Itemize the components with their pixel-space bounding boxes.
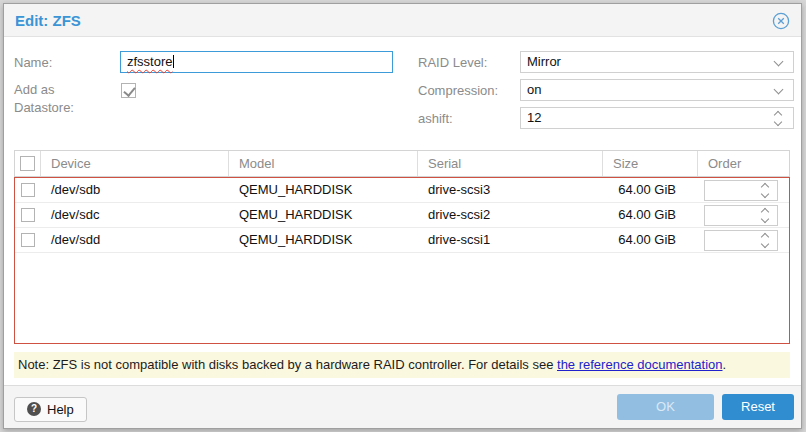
compression-label: Compression: xyxy=(418,83,498,98)
cell-serial: drive-scsi2 xyxy=(418,203,603,227)
order-spinner[interactable] xyxy=(704,205,778,226)
ashift-spinner[interactable]: 12 xyxy=(520,107,794,129)
row-checkbox[interactable] xyxy=(21,233,35,247)
cell-model: QEMU_HARDDISK xyxy=(229,228,418,252)
name-label: Name: xyxy=(14,55,52,70)
cell-size: 64.00 GiB xyxy=(603,203,698,227)
compression-select[interactable]: on xyxy=(520,79,794,101)
ashift-value: 12 xyxy=(527,110,541,125)
chevron-down-icon[interactable] xyxy=(774,57,784,67)
ashift-label: ashift: xyxy=(418,111,453,126)
spinner-chevrons-icon[interactable] xyxy=(761,183,771,199)
cell-model: QEMU_HARDDISK xyxy=(229,178,418,202)
disk-table-header: Device Model Serial Size Order xyxy=(14,150,790,177)
cell-serial: drive-scsi1 xyxy=(418,228,603,252)
spinner-chevrons-icon[interactable] xyxy=(761,233,771,249)
name-input-value: zfsstore xyxy=(127,54,173,69)
chevron-down-icon[interactable] xyxy=(774,85,784,95)
row-checkbox[interactable] xyxy=(21,208,35,222)
row-checkbox[interactable] xyxy=(21,183,35,197)
cell-device: /dev/sdb xyxy=(41,178,229,202)
close-icon[interactable] xyxy=(772,12,790,30)
order-spinner[interactable] xyxy=(704,180,778,201)
raid-level-select[interactable]: Mirror xyxy=(520,51,794,73)
cell-device: /dev/sdd xyxy=(41,228,229,252)
text-caret xyxy=(173,55,174,68)
note-text: Note: ZFS is not compatible with disks b… xyxy=(18,357,557,372)
header-cell-checkbox xyxy=(15,151,41,176)
table-row[interactable]: /dev/sdb QEMU_HARDDISK drive-scsi3 64.00… xyxy=(15,178,789,203)
add-as-datastore-label: Add as Datastore: xyxy=(14,81,96,117)
dialog-footer: ? Help OK Reset xyxy=(4,385,801,428)
cell-device: /dev/sdc xyxy=(41,203,229,227)
header-cell-order[interactable]: Order xyxy=(698,151,789,176)
header-cell-size[interactable]: Size xyxy=(603,151,698,176)
note-text-suffix: . xyxy=(723,357,727,372)
order-spinner[interactable] xyxy=(704,230,778,251)
cell-size: 64.00 GiB xyxy=(603,228,698,252)
name-input[interactable]: zfsstore xyxy=(120,51,393,73)
help-button[interactable]: ? Help xyxy=(14,397,87,422)
table-row[interactable]: /dev/sdc QEMU_HARDDISK drive-scsi2 64.00… xyxy=(15,203,789,228)
spinner-chevrons-icon[interactable] xyxy=(774,111,784,127)
help-button-label: Help xyxy=(47,402,74,417)
cell-size: 64.00 GiB xyxy=(603,178,698,202)
compression-value: on xyxy=(527,82,541,97)
ok-button[interactable]: OK xyxy=(617,394,714,420)
header-cell-device[interactable]: Device xyxy=(41,151,229,176)
cell-serial: drive-scsi3 xyxy=(418,178,603,202)
zfs-note: Note: ZFS is not compatible with disks b… xyxy=(14,352,790,378)
edit-zfs-dialog: Edit: ZFS Name: zfsstore Add as Datastor… xyxy=(3,3,802,429)
spinner-chevrons-icon[interactable] xyxy=(761,208,771,224)
dialog-titlebar: Edit: ZFS xyxy=(4,4,801,37)
disk-table-body: /dev/sdb QEMU_HARDDISK drive-scsi3 64.00… xyxy=(14,177,790,344)
add-as-datastore-checkbox[interactable] xyxy=(121,83,136,98)
dialog-title: Edit: ZFS xyxy=(15,4,81,37)
raid-level-value: Mirror xyxy=(527,54,561,69)
reference-documentation-link[interactable]: the reference documentation xyxy=(557,357,723,372)
reset-button[interactable]: Reset xyxy=(722,394,794,420)
select-all-checkbox[interactable] xyxy=(20,156,35,171)
help-question-icon: ? xyxy=(27,402,41,416)
cell-model: QEMU_HARDDISK xyxy=(229,203,418,227)
raid-level-label: RAID Level: xyxy=(418,55,487,70)
header-cell-model[interactable]: Model xyxy=(229,151,418,176)
table-row[interactable]: /dev/sdd QEMU_HARDDISK drive-scsi1 64.00… xyxy=(15,228,789,253)
header-cell-serial[interactable]: Serial xyxy=(418,151,603,176)
